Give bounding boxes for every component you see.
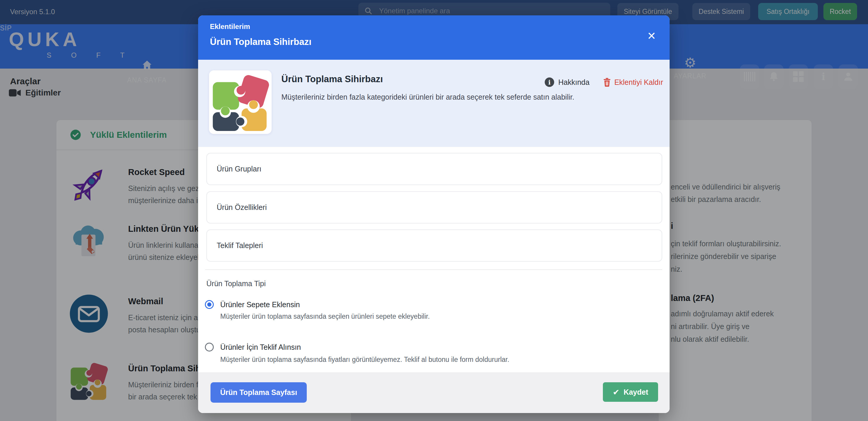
radio-description: Müşteriler ürün toplama sayfasında seçil…	[220, 312, 430, 320]
save-label: Kaydet	[624, 388, 648, 396]
about-label: Hakkında	[558, 78, 590, 87]
modal-footer: Ürün Toplama Sayfası ✔ Kaydet	[198, 372, 670, 413]
radio-request-quote[interactable]: Ürünler İçin Teklif Alınsın	[205, 343, 301, 352]
accordion-quote-requests[interactable]: Teklif Talepleri	[206, 229, 662, 262]
product-wizard-modal: Eklentilerim Ürün Toplama Sihirbazı ✕ Ür…	[198, 16, 670, 413]
modal-header: Eklentilerim Ürün Toplama Sihirbazı ✕	[198, 16, 670, 60]
plugin-title: Ürün Toplama Sihirbazı	[281, 74, 383, 85]
save-button[interactable]: ✔ Kaydet	[603, 382, 658, 402]
plugin-description: Müşterileriniz birden fazla kategorideki…	[281, 93, 574, 102]
radio-label: Ürünler Sepete Eklensin	[220, 300, 300, 309]
modal-context-label: Eklentilerim	[210, 23, 250, 31]
radio-add-to-cart[interactable]: Ürünler Sepete Eklensin	[205, 300, 300, 309]
trash-icon	[603, 78, 611, 87]
info-circle-icon: i	[545, 78, 554, 87]
remove-plugin-link[interactable]: Eklentiyi Kaldır	[603, 78, 663, 87]
divider	[205, 269, 662, 270]
about-link[interactable]: i Hakkında	[545, 78, 590, 87]
modal-body: Ürün Grupları Ürün Özellikleri Teklif Ta…	[198, 147, 670, 372]
puzzle-icon-large	[209, 71, 272, 134]
collection-type-label: Ürün Toplama Tipi	[206, 279, 266, 288]
modal-title: Ürün Toplama Sihirbazı	[210, 37, 311, 47]
radio-label: Ürünler İçin Teklif Alınsın	[220, 343, 301, 352]
remove-label: Eklentiyi Kaldır	[614, 78, 663, 87]
modal-hero: Ürün Toplama Sihirbazı Müşterileriniz bi…	[198, 60, 670, 147]
radio-selected-icon[interactable]	[205, 300, 214, 309]
accordion-product-features[interactable]: Ürün Özellikleri	[206, 191, 662, 224]
accordion-product-groups[interactable]: Ürün Grupları	[206, 153, 662, 185]
radio-unselected-icon[interactable]	[205, 343, 214, 352]
collection-page-button[interactable]: Ürün Toplama Sayfası	[211, 382, 307, 403]
check-icon: ✔	[613, 388, 620, 397]
radio-description: Müşteriler ürün toplama sayfasında fiyat…	[220, 356, 509, 364]
close-icon[interactable]: ✕	[647, 31, 656, 41]
